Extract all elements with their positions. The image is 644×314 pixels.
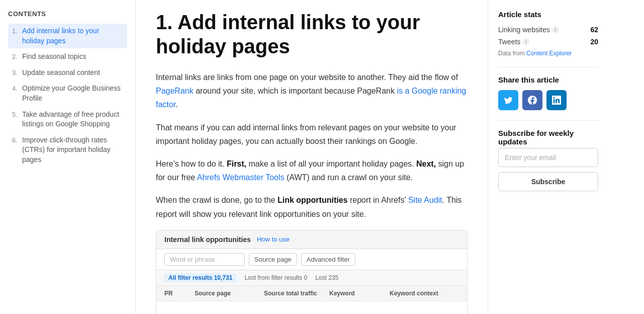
col-keyword-context: Keyword context [390, 290, 459, 297]
pagerank-link[interactable]: PageRank [156, 87, 194, 95]
toc-num-2: 2. [12, 52, 22, 61]
share-title: Share this article [498, 75, 598, 84]
awt-link[interactable]: Ahrefs Webmaster Tools [197, 173, 285, 182]
toc-list: 1. Add internal links to your holiday pa… [8, 24, 127, 168]
paragraph-4: When the crawl is done, go to the Link o… [156, 193, 468, 220]
share-subscribe-divider [498, 120, 598, 121]
all-filter-results-tag: All filter results 10,731 [164, 273, 236, 282]
tweets-info-icon[interactable]: i [522, 38, 529, 45]
toc-num-3: 3. [12, 68, 22, 77]
stats-title: Article stats [498, 10, 598, 19]
linkedin-share-button[interactable] [546, 90, 567, 110]
paragraph-1: Internal links are links from one page o… [156, 70, 468, 112]
article-body: Internal links are links from one page o… [156, 70, 468, 314]
toc-item-2[interactable]: 2. Find seasonal topics [8, 49, 127, 64]
linking-websites-info-icon[interactable]: i [552, 26, 559, 33]
stats-share-divider [498, 67, 598, 67]
toc-link-6[interactable]: Improve click-through rates (CTRs) for i… [22, 135, 123, 165]
results-bar: All filter results 10,731 Lost from filt… [156, 270, 467, 286]
twitter-share-button[interactable] [498, 90, 518, 110]
stat-label-tweets: Tweets i [498, 38, 529, 46]
table-header: PR Source page Source total traffic Keyw… [156, 286, 467, 301]
tweets-label: Tweets [498, 38, 520, 46]
col-source-traffic: Source total traffic [264, 290, 329, 297]
stat-row-tweets: Tweets i 20 [498, 38, 598, 46]
screenshot-header-title: Internal link opportunities [164, 236, 251, 244]
search-placeholder: Word or phrase [170, 256, 215, 263]
toc-item-3[interactable]: 3. Update seasonal content [8, 65, 127, 81]
right-sidebar: Article stats Linking websites i 62 Twee… [488, 0, 608, 314]
screenshot-how-to-use-link[interactable]: How to use [257, 236, 290, 243]
stat-row-linking: Linking websites i 62 [498, 26, 598, 34]
email-input[interactable] [498, 148, 598, 167]
data-source-prefix: Data from [498, 50, 525, 57]
toc-link-1[interactable]: Add internal links to your holiday pages [22, 26, 123, 46]
twitter-icon [504, 96, 513, 105]
linking-websites-value: 62 [590, 26, 598, 34]
stat-label-linking: Linking websites i [498, 26, 559, 34]
data-source: Data from Content Explorer [498, 50, 598, 57]
col-keyword: Keyword [329, 290, 390, 297]
subscribe-button[interactable]: Subscribe [498, 172, 598, 191]
screenshot-toolbar: Word or phrase Source page Advanced filt… [156, 249, 467, 270]
toc-link-2[interactable]: Find seasonal topics [22, 52, 86, 62]
paragraph-3: Here's how to do it. First, make a list … [156, 157, 468, 184]
subscribe-title: Subscribe for weekly updates [498, 129, 598, 146]
facebook-icon [528, 96, 537, 105]
toc-num-5: 5. [12, 110, 22, 119]
lost-filter-results: Lost from filter results 0 [244, 274, 307, 281]
screenshot-body [156, 301, 467, 314]
linking-websites-label: Linking websites [498, 26, 550, 34]
source-page-filter[interactable]: Source page [249, 253, 297, 266]
toc-link-4[interactable]: Optimize your Google Business Profile [22, 84, 123, 103]
toc-item-6[interactable]: 6. Improve click-through rates (CTRs) fo… [8, 133, 127, 168]
screenshot-container: Internal link opportunities How to use W… [156, 230, 468, 314]
toc-item-5[interactable]: 5. Take advantage of free product listin… [8, 107, 127, 132]
screenshot-header: Internal link opportunities How to use [156, 230, 467, 249]
tweets-value: 20 [590, 38, 598, 46]
facebook-share-button[interactable] [522, 90, 542, 110]
toc-title: Contents [8, 10, 127, 18]
toc-num-4: 4. [12, 84, 22, 93]
toc-link-3[interactable]: Update seasonal content [22, 68, 100, 78]
lost-results: Lost 235 [315, 274, 338, 281]
toc-item-1[interactable]: 1. Add internal links to your holiday pa… [8, 24, 127, 48]
site-audit-link[interactable]: Site Audit [408, 196, 442, 204]
article-title: 1. Add internal links to your holiday pa… [156, 10, 468, 58]
ranking-factor-link[interactable]: is a Google ranking factor [156, 87, 466, 109]
share-buttons [498, 90, 598, 110]
toc-num-1: 1. [12, 27, 22, 36]
col-source-page: Source page [195, 290, 264, 297]
main-content: 1. Add internal links to your holiday pa… [136, 0, 488, 314]
linkedin-icon [552, 96, 561, 105]
toc-num-6: 6. [12, 136, 22, 145]
col-pr: PR [164, 290, 195, 297]
toc-item-4[interactable]: 4. Optimize your Google Business Profile [8, 81, 127, 106]
paragraph-2: That means if you can add internal links… [156, 121, 468, 148]
advanced-filter-btn[interactable]: Advanced filter [301, 253, 355, 266]
content-explorer-link[interactable]: Content Explorer [526, 50, 572, 57]
toc-link-5[interactable]: Take advantage of free product listings … [22, 110, 123, 129]
table-of-contents: Contents 1. Add internal links to your h… [0, 0, 136, 314]
screenshot-search-box[interactable]: Word or phrase [164, 253, 245, 266]
